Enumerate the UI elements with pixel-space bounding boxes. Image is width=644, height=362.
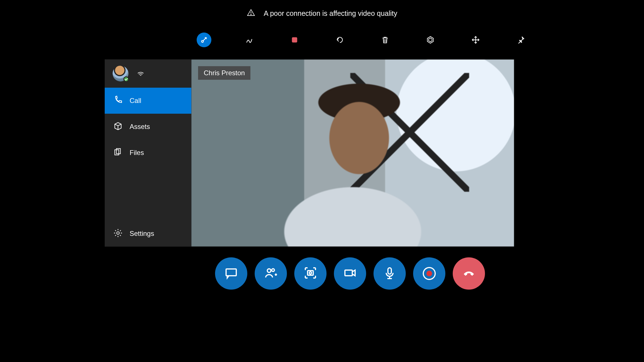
add-participant-button[interactable] [255, 257, 287, 290]
svg-marker-6 [427, 36, 433, 43]
svg-rect-16 [345, 270, 352, 276]
phone-icon [113, 95, 123, 106]
sidebar-item-assets[interactable]: Assets [105, 114, 191, 140]
undo-button[interactable] [332, 33, 347, 47]
pin-icon [516, 35, 525, 44]
camera-capture-button[interactable] [294, 257, 327, 290]
sidebar: CallAssetsFilesSettings [105, 59, 191, 247]
pin-button[interactable] [514, 33, 528, 47]
svg-rect-17 [388, 268, 391, 274]
svg-point-15 [309, 272, 312, 274]
expand-button[interactable] [468, 33, 483, 47]
delete-button[interactable] [378, 33, 392, 47]
video-feed: Chris Preston [191, 59, 514, 247]
svg-marker-7 [429, 38, 432, 42]
undo-icon [335, 35, 344, 44]
people-add-icon [264, 266, 278, 281]
pointer-button[interactable] [197, 33, 211, 47]
box-icon [113, 121, 123, 132]
sidebar-item-label: Assets [130, 123, 150, 131]
camera-capture-icon [304, 266, 317, 281]
3d-view-button[interactable] [423, 33, 438, 47]
sidebar-item-call[interactable]: Call [105, 88, 191, 114]
annotation-toolbar [197, 33, 528, 47]
record-button[interactable] [413, 257, 445, 290]
main-panel: CallAssetsFilesSettings Chris Preston [105, 59, 514, 247]
trash-icon [381, 35, 390, 44]
ink-button[interactable] [242, 33, 257, 47]
sidebar-item-label: Call [130, 97, 141, 105]
remote-video-image [191, 59, 514, 247]
connection-warning-text: A poor connection is affecting video qua… [264, 9, 397, 18]
files-icon [113, 147, 123, 158]
sidebar-item-settings[interactable]: Settings [105, 221, 191, 247]
stop-button[interactable] [287, 33, 302, 47]
stop-icon [290, 35, 299, 44]
svg-point-1 [251, 14, 251, 15]
sidebar-item-files[interactable]: Files [105, 140, 191, 166]
caller-name-chip: Chris Preston [198, 66, 250, 80]
sidebar-item-label: Files [130, 149, 144, 157]
sidebar-item-label: Settings [130, 230, 154, 238]
svg-rect-3 [292, 37, 297, 43]
wifi-icon [136, 69, 145, 78]
svg-rect-8 [115, 150, 119, 155]
expand-icon [471, 35, 480, 44]
mic-button[interactable] [373, 257, 406, 290]
avatar[interactable] [113, 66, 128, 81]
video-icon [343, 266, 357, 281]
svg-point-10 [117, 232, 119, 234]
presence-badge [123, 76, 129, 82]
svg-rect-11 [226, 269, 236, 276]
ink-icon [245, 35, 254, 44]
hangup-icon [462, 266, 476, 281]
video-button[interactable] [334, 257, 366, 290]
connection-warning: A poor connection is affecting video qua… [0, 8, 644, 18]
chat-icon [224, 266, 238, 281]
chat-button[interactable] [215, 257, 247, 290]
svg-point-13 [272, 269, 274, 272]
hangup-button[interactable] [453, 257, 485, 290]
mic-icon [383, 266, 396, 281]
pointer-icon [199, 35, 209, 44]
svg-point-12 [267, 269, 271, 273]
warning-icon [247, 8, 255, 18]
record-icon [423, 267, 436, 280]
svg-point-2 [201, 40, 203, 42]
svg-rect-9 [116, 148, 120, 154]
gear-icon [113, 228, 123, 239]
hex-icon [426, 35, 435, 44]
call-controls [215, 257, 485, 290]
sidebar-header [105, 59, 191, 88]
